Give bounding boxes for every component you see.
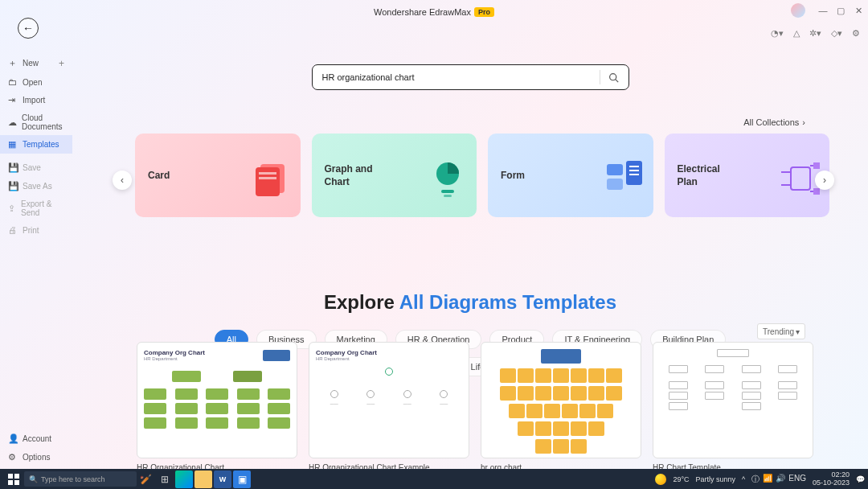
taskbar-temp: 29°C — [673, 475, 689, 483]
search-icon[interactable] — [608, 72, 619, 83]
volume-icon[interactable]: 🔊 — [776, 474, 785, 485]
wifi-icon[interactable]: 📶 — [763, 474, 772, 485]
all-collections-link[interactable]: All Collections › — [743, 117, 805, 127]
template-card[interactable]: Company Org Chart HR Department ————————… — [309, 342, 469, 469]
tray-icon[interactable]: ⓘ — [751, 474, 760, 485]
svg-rect-25 — [14, 480, 19, 485]
explore-prefix: Explore — [324, 291, 399, 313]
sidebar-item-import[interactable]: ⇥Import — [0, 91, 72, 109]
taskbar-app-edge[interactable] — [175, 471, 193, 488]
category-card-form[interactable]: Form — [488, 134, 653, 217]
sidebar-item-print[interactable]: 🖨Print — [0, 221, 72, 239]
svg-rect-17 — [813, 188, 820, 195]
category-card-electrical[interactable]: Electrical Plan — [665, 134, 830, 217]
back-button[interactable]: ← — [18, 18, 39, 39]
tool2-icon[interactable]: ◇▾ — [831, 28, 842, 39]
sidebar: ＋New+ 🗀Open ⇥Import ☁Cloud Documents ▦Te… — [0, 47, 72, 433]
sidebar-item-export[interactable]: ⇪Export & Send — [0, 195, 72, 221]
system-tray[interactable]: ⓘ 📶 🔊 ENG — [751, 474, 806, 485]
notifications-icon[interactable]: 💬 — [856, 475, 865, 483]
sidebar-item-label: Print — [23, 226, 39, 235]
svg-point-0 — [609, 73, 616, 80]
taskbar-search[interactable]: 🔍 Type here to search — [24, 471, 137, 487]
svg-rect-3 — [256, 167, 280, 196]
sidebar-item-label: Open — [23, 78, 42, 87]
taskbar-app-explorer[interactable] — [194, 471, 212, 488]
taskbar-app-taskview[interactable]: ⊞ — [156, 471, 174, 488]
save-icon: 💾 — [8, 162, 18, 173]
search-box[interactable] — [312, 64, 629, 90]
sidebar-item-label: Import — [23, 96, 45, 105]
svg-rect-13 — [629, 174, 639, 175]
sidebar-item-label: Templates — [23, 140, 59, 149]
sidebar-item-account[interactable]: 👤Account — [0, 429, 72, 448]
chevron-down-icon: ▾ — [796, 327, 800, 336]
export-icon: ⇪ — [8, 203, 16, 214]
sidebar-item-saveas[interactable]: 💾Save As — [0, 177, 72, 195]
svg-rect-12 — [629, 170, 639, 171]
svg-rect-14 — [607, 179, 623, 190]
start-button[interactable] — [3, 469, 24, 489]
print-icon: 🖨 — [8, 225, 18, 235]
template-card[interactable]: HR Chart Template — [653, 342, 813, 469]
gear-icon[interactable]: ⚙ — [852, 28, 860, 39]
thumb-heading: Company Org Chart — [316, 349, 462, 356]
category-card-card[interactable]: Card — [135, 134, 301, 217]
category-label: Graph and Chart — [325, 162, 389, 188]
category-card-graph[interactable]: Graph and Chart — [312, 134, 477, 217]
tool1-icon[interactable]: ✲▾ — [809, 28, 821, 39]
svg-rect-10 — [626, 161, 642, 185]
taskbar-app-cricket[interactable]: 🏏 — [137, 471, 154, 488]
taskbar-app-edrawmax[interactable]: ▣ — [233, 471, 251, 488]
circuit-icon — [778, 156, 817, 195]
weather-icon — [655, 474, 666, 485]
template-card[interactable]: hr org chart — [481, 342, 641, 469]
sidebar-item-label: New — [23, 59, 39, 68]
options-icon: ⚙ — [8, 452, 18, 462]
sidebar-item-open[interactable]: 🗀Open — [0, 73, 72, 91]
taskbar: 🔍 Type here to search 🏏 ⊞ W ▣ 29°C Partl… — [0, 469, 868, 489]
template-card[interactable]: Company Org Chart HR Department HR Organ… — [137, 342, 297, 469]
search-input[interactable] — [322, 72, 592, 82]
avatar[interactable] — [791, 3, 805, 18]
taskbar-clock[interactable]: 02:20 05-10-2023 — [813, 471, 850, 487]
sidebar-item-save[interactable]: 💾Save — [0, 158, 72, 177]
taskbar-search-placeholder: Type here to search — [41, 475, 105, 483]
svg-rect-9 — [607, 164, 623, 175]
template-title: HR Organizational Chart Example — [309, 463, 469, 469]
lang-icon[interactable]: ENG — [788, 474, 806, 485]
cloud-icon[interactable]: ◔▾ — [771, 28, 784, 39]
category-label: Card — [148, 169, 170, 182]
template-thumb: Company Org Chart HR Department ———————— — [309, 342, 469, 458]
minimize-button[interactable]: — — [818, 6, 828, 15]
app-title: Wondershare EdrawMax — [374, 7, 471, 17]
close-button[interactable]: ✕ — [854, 6, 863, 15]
chevron-right-icon: › — [802, 117, 805, 127]
cloud-doc-icon: ☁ — [8, 117, 17, 128]
search-icon: 🔍 — [29, 475, 38, 483]
tray-chevron-icon[interactable]: ^ — [742, 475, 745, 483]
sidebar-item-new[interactable]: ＋New+ — [0, 53, 72, 73]
sidebar-item-options[interactable]: ⚙Options — [0, 448, 72, 466]
chart-icon — [425, 156, 464, 195]
carousel-next-button[interactable]: › — [815, 171, 834, 190]
svg-rect-16 — [813, 162, 820, 169]
card-icon — [249, 156, 288, 195]
maximize-button[interactable]: ▢ — [836, 6, 845, 15]
sidebar-bottom: 👤Account ⚙Options — [0, 429, 72, 466]
carousel-prev-button[interactable]: ‹ — [113, 171, 132, 190]
template-title: HR Chart Template — [653, 463, 813, 469]
sidebar-item-label: Save As — [23, 182, 52, 191]
add-icon[interactable]: + — [59, 58, 64, 69]
template-thumb — [653, 342, 813, 458]
sidebar-item-templates[interactable]: ▦Templates — [0, 135, 72, 154]
svg-rect-15 — [791, 167, 810, 190]
sidebar-item-cloud[interactable]: ☁Cloud Documents — [0, 109, 72, 135]
taskbar-app-word[interactable]: W — [214, 471, 231, 488]
template-thumb — [481, 342, 641, 458]
svg-rect-5 — [259, 177, 276, 179]
taskbar-date: 05-10-2023 — [813, 479, 850, 487]
saveas-icon: 💾 — [8, 181, 18, 191]
bell-icon[interactable]: △ — [793, 28, 800, 39]
sort-dropdown[interactable]: Trending ▾ — [757, 323, 805, 339]
